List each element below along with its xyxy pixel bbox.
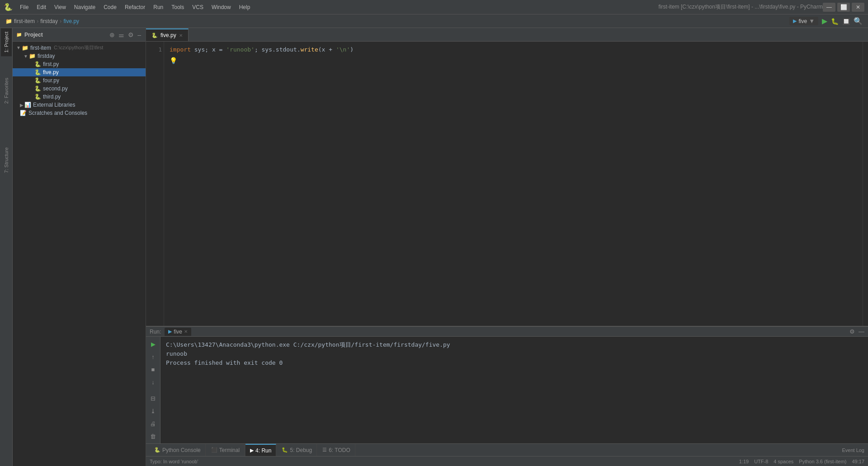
token-newline: '\n' xyxy=(336,45,350,54)
minimize-button[interactable]: — xyxy=(823,3,835,12)
tree-third-py[interactable]: 🐍 third.py xyxy=(13,93,146,101)
file-tree: ▼ 📁 first-item C:\czx\python项目\first ▼ 📁… xyxy=(13,42,146,466)
token-open: (x + xyxy=(318,45,336,54)
debug-label: 5: Debug xyxy=(290,447,312,453)
tree-scratches[interactable]: 📝 Scratches and Consoles xyxy=(13,109,146,117)
ext-lib-icon: 📊 xyxy=(24,102,31,108)
lightbulb-icon[interactable]: 💡 xyxy=(170,57,177,64)
project-tab[interactable]: 1: Project xyxy=(1,28,12,56)
run-pin-btn[interactable]: ⤓ xyxy=(148,405,159,416)
breadcrumb-root[interactable]: first-item xyxy=(14,18,35,24)
menu-refactor[interactable]: Refactor xyxy=(121,3,149,11)
run-tab-close[interactable]: ✕ xyxy=(184,329,188,334)
menu-tools[interactable]: Tools xyxy=(168,3,188,11)
menu-view[interactable]: View xyxy=(51,3,70,11)
tree-root[interactable]: ▼ 📁 first-item C:\czx\python项目\first xyxy=(13,43,146,52)
editor-tab-five-py[interactable]: 🐍 five.py ✕ xyxy=(146,28,189,41)
breadcrumb-firstday[interactable]: firstday xyxy=(40,18,58,24)
tree-firstday[interactable]: ▼ 📁 firstday xyxy=(13,52,146,60)
run-layout-btn[interactable]: ⊟ xyxy=(148,393,159,404)
coverage-button[interactable]: 🔲 xyxy=(842,18,850,25)
run-print-btn[interactable]: 🖨 xyxy=(148,418,159,429)
status-bar: Typo: In word 'runoob' 1:19 UTF-8 4 spac… xyxy=(146,456,868,466)
project-layout-btn[interactable]: ⚌ xyxy=(118,30,125,39)
terminal-tab[interactable]: ⬛ Terminal xyxy=(207,444,245,457)
run-trash-btn[interactable]: 🗑 xyxy=(148,431,159,442)
token-close: ) xyxy=(350,45,354,54)
menu-code[interactable]: Code xyxy=(100,3,120,11)
breadcrumb-sep2: › xyxy=(60,18,61,24)
todo-icon: ☰ xyxy=(322,447,327,453)
four-py-label: four.py xyxy=(43,77,59,84)
root-folder-icon: 📁 xyxy=(22,45,28,51)
run-config-selector[interactable]: ▶ five ▼ xyxy=(789,17,818,25)
third-py-icon: 🐍 xyxy=(34,94,41,100)
run-scroll-down-btn[interactable]: ↓ xyxy=(148,377,159,387)
favorites-tab[interactable]: 2: Favorites xyxy=(1,74,12,107)
close-button[interactable]: ✕ xyxy=(852,3,864,12)
menu-help[interactable]: Help xyxy=(236,3,254,11)
todo-tab[interactable]: ☰ 6: TODO xyxy=(318,444,355,457)
token-sys: sys xyxy=(191,45,205,54)
tree-four-py[interactable]: 🐍 four.py xyxy=(13,76,146,85)
left-vertical-tabs: 1: Project 2: Favorites 7: Structure xyxy=(0,28,13,466)
structure-tab[interactable]: 7: Structure xyxy=(1,144,12,177)
python-console-icon: 🐍 xyxy=(154,447,160,453)
run-settings-btn[interactable]: ⚙ xyxy=(849,328,855,335)
run-icon: ▶ xyxy=(250,447,254,453)
menu-run[interactable]: Run xyxy=(150,3,167,11)
menu-file[interactable]: File xyxy=(16,3,32,11)
project-collapse-btn[interactable]: – xyxy=(137,30,142,39)
search-button[interactable]: 🔍 xyxy=(854,17,863,25)
run-tab-five[interactable]: ▶ five ✕ xyxy=(165,328,191,336)
editor-area: 🐍 five.py ✕ 1 import sys xyxy=(146,28,868,326)
tree-first-py[interactable]: 🐍 first.py xyxy=(13,60,146,68)
console-line-3: Process finished with exit code 0 xyxy=(166,358,863,367)
event-log-btn[interactable]: Event Log xyxy=(842,447,864,453)
status-position[interactable]: 1:19 xyxy=(739,459,749,464)
ext-lib-label: External Libraries xyxy=(33,102,75,108)
project-add-btn[interactable]: ⊕ xyxy=(108,30,116,39)
token-dot1: . xyxy=(272,45,276,54)
menu-edit[interactable]: Edit xyxy=(33,3,50,11)
project-settings-btn[interactable]: ⚙ xyxy=(127,30,135,39)
debug-tab[interactable]: 🐛 5: Debug xyxy=(277,444,317,457)
menu-vcs[interactable]: VCS xyxy=(189,3,207,11)
token-semi1: ; xyxy=(205,45,212,54)
run-toolbar: ▶ ↑ ■ ↓ ⊟ ⤓ 🖨 🗑 xyxy=(146,337,160,443)
menu-navigate[interactable]: Navigate xyxy=(71,3,99,11)
five-py-icon: 🐍 xyxy=(34,69,41,75)
run-label: Run: xyxy=(150,329,161,335)
bottom-tab-bar: 🐍 Python Console ⬛ Terminal ▶ 4: Run 🐛 5… xyxy=(146,443,868,456)
code-area[interactable]: import sys ; x = 'runoob' ; sys . stdout xyxy=(164,42,863,326)
run-stop-btn[interactable]: ■ xyxy=(148,364,159,375)
maximize-button[interactable]: ⬜ xyxy=(837,3,850,12)
python-console-tab[interactable]: 🐍 Python Console xyxy=(150,444,206,457)
run-scroll-up-btn[interactable]: ↑ xyxy=(148,351,159,362)
debug-icon: 🐛 xyxy=(282,447,288,453)
run-content: ▶ ↑ ■ ↓ ⊟ ⤓ 🖨 🗑 C:\Users\13427\Anaconda3… xyxy=(146,337,868,443)
root-label: first-item xyxy=(30,45,51,51)
run-tab-name: five xyxy=(174,329,182,335)
tab-close-button[interactable]: ✕ xyxy=(179,33,183,38)
debug-button[interactable]: 🐛 xyxy=(831,18,839,25)
code-line-1: import sys ; x = 'runoob' ; sys . stdout xyxy=(170,45,857,54)
run-button[interactable]: ▶ xyxy=(822,17,827,25)
todo-label: 6: TODO xyxy=(329,447,350,453)
menu-window[interactable]: Window xyxy=(208,3,235,11)
project-panel: 📁 Project ⊕ ⚌ ⚙ – ▼ 📁 first-item xyxy=(13,28,146,466)
run-tab-bottom[interactable]: ▶ 4: Run xyxy=(245,444,276,457)
project-actions: ⊕ ⚌ ⚙ – xyxy=(108,30,142,39)
tree-second-py[interactable]: 🐍 second.py xyxy=(13,85,146,93)
firstday-arrow: ▼ xyxy=(24,54,28,59)
run-minimize-btn[interactable]: — xyxy=(859,328,864,335)
run-play-btn[interactable]: ▶ xyxy=(148,339,159,349)
breadcrumb-file[interactable]: five.py xyxy=(63,18,79,24)
python-console-label: Python Console xyxy=(162,447,201,453)
status-indent[interactable]: 4 spaces xyxy=(774,459,793,464)
token-stdout: stdout xyxy=(276,45,297,54)
status-python[interactable]: Python 3.6 (first-item) xyxy=(799,459,846,464)
status-encoding[interactable]: UTF-8 xyxy=(754,459,768,464)
tree-external-libs[interactable]: ▶ 📊 External Libraries xyxy=(13,101,146,109)
tree-five-py[interactable]: 🐍 five.py xyxy=(13,68,146,76)
